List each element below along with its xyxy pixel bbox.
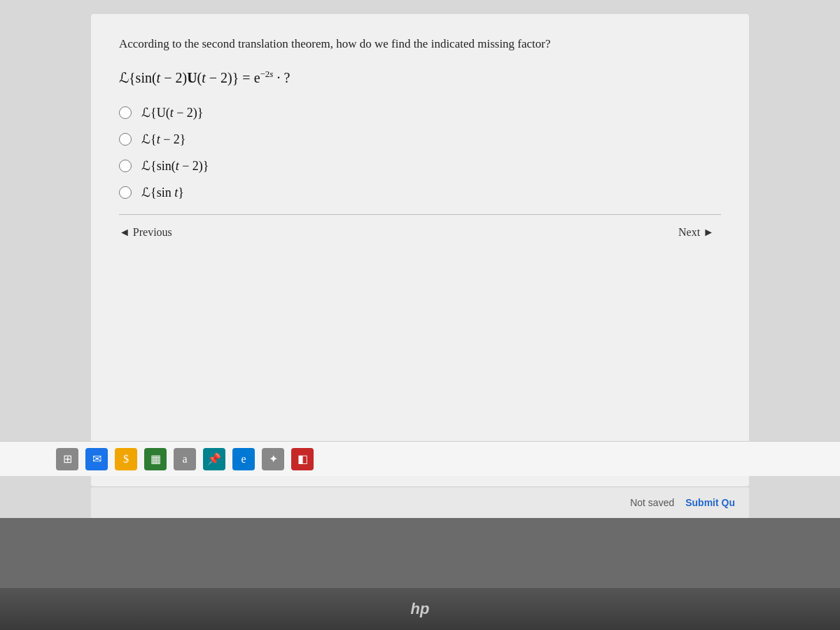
hp-logo: hp [411, 600, 430, 618]
taskbar-icon-grid[interactable]: ▦ [144, 448, 167, 470]
divider [119, 214, 721, 215]
taskbar-icon-pin[interactable]: 📌 [203, 448, 225, 470]
option-item-4: ℒ{sin t} [119, 185, 721, 200]
taskbar-icon-a[interactable]: a [174, 448, 196, 470]
next-button[interactable]: Next ► [678, 226, 714, 239]
formula-display: ℒ{sin(t − 2)U(t − 2)} = e−2s · ? [119, 69, 721, 86]
option-item-1: ℒ{U(t − 2)} [119, 105, 721, 120]
option-radio-3[interactable] [119, 160, 132, 172]
option-item-3: ℒ{sin(t − 2)} [119, 158, 721, 174]
taskbar: ⊞ ✉ $ ▦ a 📌 e ✦ ◧ [0, 441, 840, 476]
option-radio-4[interactable] [119, 186, 132, 199]
option-radio-1[interactable] [119, 106, 132, 119]
taskbar-icon-mail[interactable]: ✉ [85, 448, 108, 470]
options-list: ℒ{U(t − 2)} ℒ{t − 2} ℒ{sin(t − 2)} ℒ{sin… [119, 105, 721, 200]
not-saved-status: Not saved [630, 497, 674, 508]
laptop-bezel: hp [0, 588, 840, 630]
option-label-1[interactable]: ℒ{U(t − 2)} [141, 105, 203, 120]
option-label-4[interactable]: ℒ{sin t} [141, 185, 184, 200]
option-label-3[interactable]: ℒ{sin(t − 2)} [141, 158, 209, 174]
taskbar-icon-desktop[interactable]: ⊞ [56, 448, 78, 470]
taskbar-icon-app[interactable]: ◧ [291, 448, 314, 470]
question-text: According to the second translation theo… [119, 35, 721, 53]
option-radio-2[interactable] [119, 133, 132, 146]
question-card: According to the second translation theo… [91, 14, 749, 486]
navigation-row: ◄ Previous Next ► [119, 226, 721, 254]
option-label-2[interactable]: ℒ{t − 2} [141, 132, 186, 147]
taskbar-icon-widget[interactable]: ✦ [262, 448, 284, 470]
taskbar-icon-edge[interactable]: e [232, 448, 255, 470]
bottom-bar: Not saved Submit Qu [91, 486, 749, 518]
submit-button[interactable]: Submit Qu [685, 497, 735, 508]
option-item-2: ℒ{t − 2} [119, 132, 721, 147]
previous-button[interactable]: ◄ Previous [119, 226, 172, 239]
taskbar-icon-dollar[interactable]: $ [115, 448, 137, 470]
